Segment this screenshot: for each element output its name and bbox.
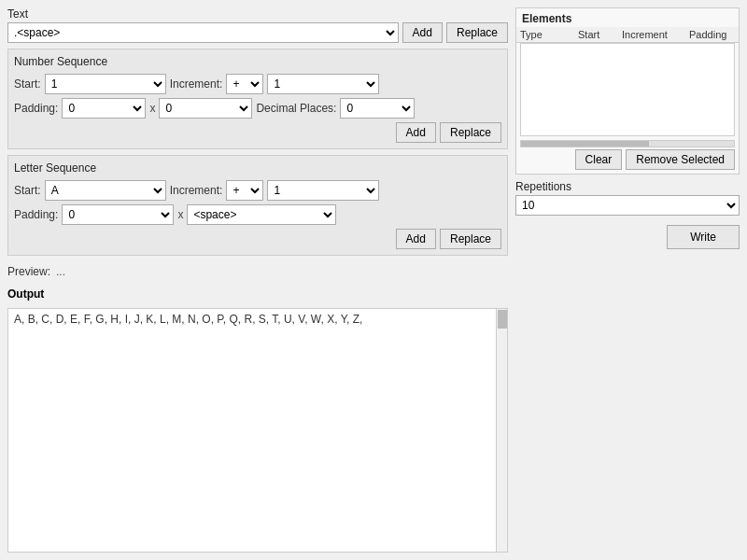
number-increment-sign-select[interactable]: + (226, 74, 263, 94)
elements-label: Elements (516, 8, 739, 27)
elements-scroll-thumb[interactable] (521, 141, 649, 147)
text-input-select[interactable]: .<space> (7, 22, 399, 43)
output-scroll-thumb[interactable] (498, 310, 507, 329)
number-x-label: x (149, 102, 155, 115)
letter-x-label: x (177, 208, 183, 221)
letter-section-label: Letter Sequence (14, 161, 501, 175)
text-replace-button[interactable]: Replace (446, 22, 508, 43)
letter-increment-value-select[interactable]: 1 (267, 180, 379, 201)
number-add-button[interactable]: Add (396, 122, 436, 143)
letter-padding-select[interactable]: 0 (62, 204, 174, 225)
letter-replace-button[interactable]: Replace (440, 229, 501, 249)
number-increment-value-select[interactable]: 1 (267, 74, 379, 94)
preview-label: Preview: (7, 265, 50, 278)
number-start-select[interactable]: 1 (45, 74, 166, 94)
repetitions-label: Repetitions (515, 180, 740, 193)
number-section-label: Number Sequence (14, 55, 501, 68)
letter-padding-label: Padding: (14, 208, 58, 221)
clear-button[interactable]: Clear (575, 149, 623, 170)
elements-body (520, 43, 735, 136)
letter-start-label: Start: (14, 184, 41, 197)
letter-increment-label: Increment: (170, 184, 223, 197)
output-label: Output (7, 287, 508, 301)
output-scrollbar[interactable] (496, 309, 507, 552)
text-section-label: Text (7, 7, 508, 21)
elements-col-padding: Padding (689, 29, 745, 40)
letter-padding2-select[interactable]: <space> (187, 204, 336, 225)
remove-selected-button[interactable]: Remove Selected (626, 149, 735, 170)
elements-col-increment: Increment (622, 29, 687, 40)
number-padding2-select[interactable]: 0 (159, 98, 252, 119)
output-area: A, B, C, D, E, F, G, H, I, J, K, L, M, N… (7, 308, 508, 553)
number-replace-button[interactable]: Replace (440, 122, 501, 143)
elements-col-start: Start (578, 29, 620, 40)
letter-add-button[interactable]: Add (396, 229, 436, 249)
elements-scrollbar[interactable] (520, 140, 735, 147)
preview-value: ... (56, 265, 65, 278)
number-decimal-select[interactable]: 0 (340, 98, 415, 119)
write-button[interactable]: Write (667, 225, 740, 249)
letter-increment-sign-select[interactable]: + (226, 180, 263, 201)
output-text: A, B, C, D, E, F, G, H, I, J, K, L, M, N… (14, 313, 362, 326)
number-increment-label: Increment: (170, 77, 223, 91)
number-decimal-label: Decimal Places: (256, 102, 336, 115)
number-start-label: Start: (14, 77, 41, 91)
repetitions-select[interactable]: 10 (515, 195, 740, 216)
number-padding-label: Padding: (14, 102, 58, 115)
letter-start-select[interactable]: A (45, 180, 166, 201)
text-add-button[interactable]: Add (402, 22, 443, 43)
elements-table-header: Type Start Increment Padding (516, 27, 739, 43)
number-padding-select[interactable]: 0 (62, 98, 146, 119)
elements-col-type: Type (520, 29, 576, 40)
